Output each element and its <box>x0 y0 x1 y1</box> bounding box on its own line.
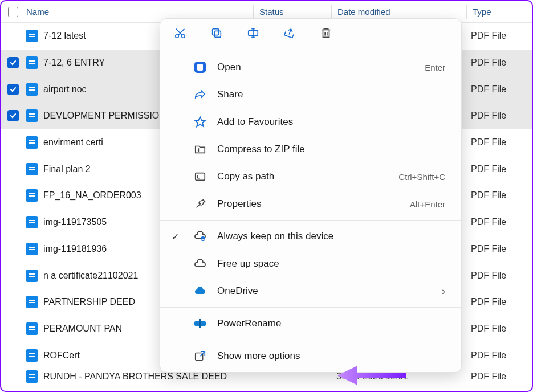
share-icon[interactable] <box>282 26 297 40</box>
rename-icon[interactable] <box>246 26 261 40</box>
svg-rect-3 <box>213 29 219 35</box>
file-type-label: PDF File <box>465 371 532 382</box>
share-arrow-icon <box>193 88 207 101</box>
select-all-checkbox[interactable] <box>1 7 25 17</box>
onedrive-icon <box>193 284 207 298</box>
menu-onedrive[interactable]: OneDrive › <box>160 277 461 305</box>
pdf-file-icon <box>26 30 38 42</box>
file-type-label: PDF File <box>465 190 532 201</box>
file-name-label: n a certificate21102021 <box>43 271 138 281</box>
pdf-file-icon <box>26 349 38 362</box>
svg-rect-10 <box>199 319 201 328</box>
checkmark-icon: ✓ <box>172 231 179 242</box>
file-name-label: envirment certi <box>43 137 103 148</box>
checked-checkbox[interactable] <box>7 110 19 121</box>
menu-copy-path[interactable]: Copy as path Ctrl+Shift+C <box>160 163 461 190</box>
file-name-label: Final plan 2 <box>43 164 91 174</box>
file-name-label: PERAMOUNT PAN <box>43 324 122 334</box>
file-type-label: PDF File <box>465 350 532 361</box>
file-type-label: PDF File <box>465 217 532 227</box>
pdf-file-icon <box>26 136 38 149</box>
file-type-label: PDF File <box>465 31 532 41</box>
star-icon <box>193 115 207 129</box>
file-name-label: img-119173505 <box>43 217 107 227</box>
delete-icon[interactable] <box>319 26 333 40</box>
menu-open[interactable]: Open Enter <box>160 54 461 81</box>
pdf-file-icon <box>26 163 38 175</box>
powerrename-icon <box>193 317 207 330</box>
file-type-label: PDF File <box>465 324 532 334</box>
file-name-label: 7-12 latest <box>43 31 86 41</box>
pdf-file-icon <box>26 189 38 202</box>
chevron-right-icon: › <box>442 285 445 297</box>
file-type-label: PDF File <box>465 137 532 148</box>
wrench-icon <box>193 197 207 211</box>
file-name-label: FP_16_NA_ORDER003 <box>43 190 141 201</box>
menu-compress-zip[interactable]: Compress to ZIP file <box>160 136 461 163</box>
pdf-file-icon <box>26 243 38 255</box>
menu-properties[interactable]: Properties Alt+Enter <box>160 190 461 218</box>
svg-point-1 <box>182 35 185 38</box>
file-name-label: airport noc <box>43 84 87 95</box>
file-name-label: ROFCert <box>43 350 80 361</box>
annotation-arrow <box>335 361 409 390</box>
cloud-sync-icon <box>193 230 207 243</box>
file-name-label: img-119181936 <box>43 244 107 254</box>
column-header-status[interactable]: Status <box>254 7 331 17</box>
checked-checkbox[interactable] <box>7 57 19 68</box>
popout-icon <box>193 349 207 363</box>
pdf-file-icon <box>26 270 38 282</box>
menu-show-more-options[interactable]: Show more options <box>160 342 461 370</box>
column-header-date[interactable]: Date modified <box>332 7 466 17</box>
file-type-label: PDF File <box>465 58 532 68</box>
menu-add-favourites[interactable]: Add to Favourites <box>160 108 461 136</box>
file-type-label: PDF File <box>465 84 532 95</box>
pdf-file-icon <box>26 370 38 383</box>
svg-rect-7 <box>196 173 205 181</box>
file-type-label: PDF File <box>465 111 532 121</box>
file-name-label: DEVLOPMENT PERMISSIO <box>43 111 159 121</box>
context-toolbar <box>160 22 461 48</box>
file-name-label: 7-12, 6 ENTRY <box>43 58 105 68</box>
file-type-label: PDF File <box>465 297 532 307</box>
file-name-label: PARTNERSHIP DEED <box>43 297 135 307</box>
pdf-file-icon <box>26 322 38 335</box>
svg-point-0 <box>176 35 179 38</box>
menu-share[interactable]: Share <box>160 81 461 108</box>
svg-rect-6 <box>197 64 203 71</box>
pdf-file-icon <box>26 56 38 69</box>
svg-point-8 <box>201 236 205 241</box>
pdf-file-icon <box>26 83 38 96</box>
menu-powerrename[interactable]: PowerRename <box>160 310 461 337</box>
menu-always-keep[interactable]: ✓ Always keep on this device <box>160 223 461 250</box>
pdf-file-icon <box>26 296 38 308</box>
file-type-label: PDF File <box>465 164 532 174</box>
svg-rect-2 <box>214 31 221 37</box>
cloud-icon <box>193 257 207 271</box>
menu-free-up-space[interactable]: Free up space <box>160 250 461 277</box>
file-type-label: PDF File <box>465 244 532 254</box>
column-header-name[interactable]: Name <box>25 7 253 17</box>
zip-folder-icon <box>193 142 207 156</box>
context-menu: Open Enter Share Add to Favourites Compr… <box>160 18 462 373</box>
open-app-icon <box>193 60 207 74</box>
pdf-file-icon <box>26 216 38 228</box>
checked-checkbox[interactable] <box>7 84 19 95</box>
copy-icon[interactable] <box>209 26 224 40</box>
file-name-label: RUNDH - PANDYA BROTHERS SALE DEED <box>43 371 227 382</box>
file-type-label: PDF File <box>465 271 532 281</box>
copy-path-icon <box>193 170 207 183</box>
column-header-type[interactable]: Type <box>467 7 532 17</box>
pdf-file-icon <box>26 109 38 122</box>
cut-icon[interactable] <box>173 26 188 40</box>
